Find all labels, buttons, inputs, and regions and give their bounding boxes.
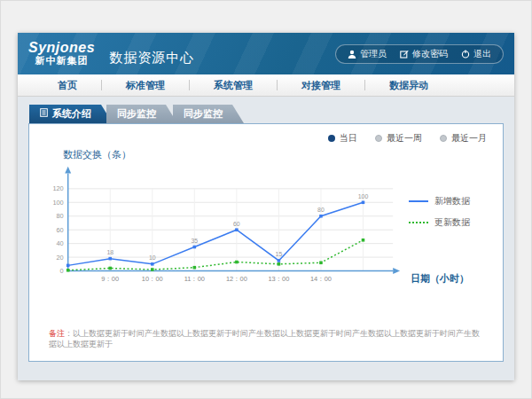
current-user[interactable]: 管理员 [348, 48, 387, 60]
change-password-button[interactable]: 修改密码 [400, 48, 448, 60]
svg-text:60: 60 [233, 221, 240, 227]
nav-item-home[interactable]: 首页 [34, 80, 102, 90]
tab-label: 同步监控 [117, 105, 156, 123]
footnote-prefix: 备注 [49, 329, 65, 338]
legend-label: 新增数据 [434, 195, 470, 207]
edit-icon [400, 50, 409, 59]
tab-bar: 系统介绍 同步监控 同步监控 [29, 105, 504, 123]
nav-item-interface-mgmt[interactable]: 对接管理 [278, 80, 365, 90]
filter-label: 最近一周 [387, 132, 422, 145]
tab-system-intro[interactable]: 系统介绍 [29, 105, 113, 123]
nav-item-data-change[interactable]: 数据异动 [365, 80, 452, 90]
company-logo: Synjones 新中新集团 [28, 41, 95, 66]
svg-text:14：00: 14：00 [310, 275, 332, 283]
svg-text:80: 80 [317, 207, 325, 213]
tab-label: 同步监控 [184, 105, 223, 123]
content-area: 系统介绍 同步监控 同步监控 当日 最近一周 [18, 97, 514, 362]
tab-label: 系统介绍 [52, 105, 91, 123]
logout-label: 退出 [473, 48, 491, 60]
tab-sync-monitor-2[interactable]: 同步监控 [173, 105, 244, 123]
svg-text:12：00: 12：00 [226, 275, 247, 283]
svg-text:40: 40 [56, 239, 63, 247]
time-range-filters: 当日 最近一周 最近一月 [40, 132, 487, 145]
legend-label: 更新数据 [434, 216, 470, 229]
change-password-label: 修改密码 [412, 48, 448, 60]
svg-text:15: 15 [276, 252, 283, 258]
user-toolbar: 管理员 修改密码 退出 [335, 44, 504, 64]
svg-text:10：00: 10：00 [142, 275, 163, 283]
logo-subtext: 新中新集团 [35, 56, 89, 66]
chart-row: 0204060801001209：0010：0011：0012：0013：001… [40, 161, 492, 298]
app-window: Synjones 新中新集团 数据资源中心 管理员 修改密码 [18, 33, 514, 380]
filter-label: 最近一月 [451, 132, 487, 145]
logout-button[interactable]: 退出 [461, 48, 491, 60]
legend-item-updated-data: 更新数据 [409, 216, 492, 229]
svg-text:80: 80 [56, 212, 63, 220]
power-icon [461, 50, 470, 59]
user-name: 管理员 [360, 48, 387, 60]
nav-item-standard-mgmt[interactable]: 标准管理 [102, 80, 190, 90]
svg-text:13：00: 13：00 [268, 275, 289, 283]
footnote-text: ：以上数据更新于时间产生数据以上数据更新于时间产生数据以上数据更新于时间产生数据… [49, 329, 480, 349]
svg-text:100: 100 [358, 193, 369, 200]
svg-text:18: 18 [106, 249, 113, 255]
filter-last-month[interactable]: 最近一月 [440, 132, 487, 145]
logo-text: Synjones [28, 41, 95, 56]
app-header: Synjones 新中新集团 数据资源中心 管理员 修改密码 [18, 33, 514, 74]
svg-text:0: 0 [60, 267, 64, 275]
chart-legend: 新增数据 更新数据 日期（小时） [409, 161, 492, 298]
footnote: 备注：以上数据更新于时间产生数据以上数据更新于时间产生数据以上数据更新于时间产生… [49, 328, 487, 350]
svg-text:11：00: 11：00 [184, 275, 205, 283]
radio-selected-icon [328, 135, 335, 142]
line-chart: 0204060801001209：0010：0011：0012：0013：001… [40, 161, 409, 298]
user-icon [348, 50, 356, 59]
filter-label: 当日 [340, 132, 357, 145]
tab-sync-monitor-1[interactable]: 同步监控 [106, 105, 177, 123]
page-title: 数据资源中心 [109, 50, 194, 66]
y-axis-title: 数据交换（条） [63, 148, 492, 161]
svg-text:10: 10 [149, 254, 156, 261]
legend-item-new-data: 新增数据 [409, 195, 492, 207]
filter-last-week[interactable]: 最近一周 [375, 132, 422, 145]
document-icon [40, 105, 48, 123]
legend-line-solid [409, 200, 428, 202]
legend-line-dotted [409, 222, 428, 223]
nav-item-system-mgmt[interactable]: 系统管理 [190, 80, 278, 90]
filter-today[interactable]: 当日 [328, 132, 357, 145]
svg-text:100: 100 [52, 199, 63, 207]
main-nav: 首页 标准管理 系统管理 对接管理 数据异动 [18, 74, 514, 97]
svg-text:120: 120 [52, 184, 63, 192]
svg-text:60: 60 [56, 226, 63, 234]
radio-unselected-icon [440, 135, 447, 142]
svg-text:9：00: 9：00 [101, 275, 119, 283]
chart-panel: 当日 最近一周 最近一月 数据交换（条） 0204060801001209：00… [28, 123, 504, 362]
svg-text:20: 20 [56, 254, 63, 262]
screen: Synjones 新中新集团 数据资源中心 管理员 修改密码 [0, 0, 532, 399]
x-axis-title: 日期（小时） [411, 272, 469, 286]
radio-unselected-icon [375, 135, 382, 142]
svg-text:35: 35 [191, 238, 198, 244]
